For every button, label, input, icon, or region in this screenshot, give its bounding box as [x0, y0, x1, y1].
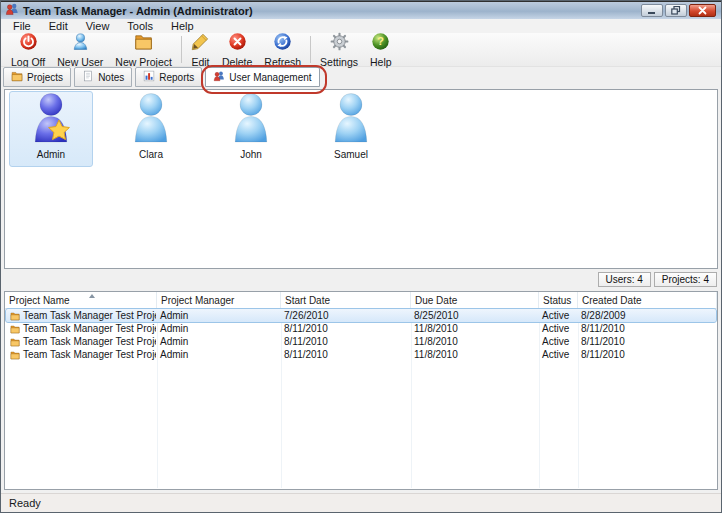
users-count-badge: Users: 4	[598, 272, 651, 287]
tab-reports[interactable]: Reports	[135, 67, 202, 87]
column-header-label: Project Manager	[161, 295, 234, 306]
logoff-icon	[19, 32, 38, 55]
cell-project-manager: Admin	[156, 323, 280, 334]
refresh-icon	[273, 32, 292, 55]
column-header-project-name[interactable]: Project Name	[5, 292, 157, 308]
user-tile-admin[interactable]: Admin	[9, 91, 93, 167]
cell-start-date: 8/11/2010	[280, 349, 410, 360]
sort-ascending-icon	[89, 294, 95, 298]
restore-button[interactable]	[665, 4, 687, 17]
column-header-label: Created Date	[582, 295, 641, 306]
new-user-icon	[71, 32, 90, 55]
help-button[interactable]: ? Help	[364, 31, 398, 69]
edit-icon	[191, 32, 210, 55]
cell-created-date: 8/11/2010	[577, 349, 716, 360]
cell-status: Active	[538, 323, 577, 334]
table-row[interactable]: Team Task Manager Test Project IAdmin8/1…	[6, 322, 716, 335]
toolbar-button-label: Settings	[320, 56, 358, 68]
svg-text:?: ?	[377, 35, 384, 47]
counter-badges: Users: 4 Projects: 4	[598, 272, 717, 287]
settings-button[interactable]: Settings	[314, 31, 364, 69]
column-header-label: Project Name	[9, 295, 70, 306]
title-bar[interactable]: Team Task Manager - Admin (Administrator…	[1, 1, 721, 19]
cell-start-date: 8/11/2010	[280, 336, 410, 347]
tab-user-management[interactable]: User Management	[205, 67, 319, 87]
new-project-icon	[134, 32, 153, 55]
column-header-project-manager[interactable]: Project Manager	[157, 292, 281, 308]
status-text: Ready	[9, 497, 41, 509]
cell-created-date: 8/11/2010	[577, 323, 716, 334]
project-folder-icon	[10, 311, 20, 321]
toolbar-separator	[310, 36, 311, 63]
cell-start-date: 8/11/2010	[280, 323, 410, 334]
cell-due-date: 11/8/2010	[410, 323, 538, 334]
tab-label: Projects	[27, 72, 63, 83]
user-name: John	[210, 149, 292, 160]
toolbar-button-label: Help	[370, 56, 392, 68]
table-header: Project Name Project Manager Start Date …	[5, 292, 717, 309]
table-row[interactable]: Team Task Manager Test Project IIIAdmin8…	[6, 348, 716, 361]
toolbar-button-label: New Project	[115, 56, 172, 68]
toolbar-separator	[181, 36, 182, 63]
column-header-label: Status	[543, 295, 571, 306]
cell-project-name: Team Task Manager Test Project III	[6, 349, 156, 360]
column-header-start-date[interactable]: Start Date	[281, 292, 411, 308]
toolbar-button-label: Edit	[191, 56, 209, 68]
tab-label: Notes	[98, 72, 124, 83]
chart-icon	[143, 70, 155, 84]
minimize-button[interactable]	[641, 4, 663, 17]
window-title: Team Task Manager - Admin (Administrator…	[23, 5, 253, 17]
column-header-status[interactable]: Status	[539, 292, 578, 308]
column-header-due-date[interactable]: Due Date	[411, 292, 539, 308]
project-folder-icon	[10, 350, 20, 360]
admin-user-icon	[27, 92, 75, 148]
close-icon	[698, 6, 707, 15]
close-button[interactable]	[689, 4, 716, 17]
cell-project-manager: Admin	[156, 310, 280, 321]
restore-icon	[671, 6, 681, 15]
projects-count-badge: Projects: 4	[654, 272, 717, 287]
cell-due-date: 11/8/2010	[410, 336, 538, 347]
new-project-button[interactable]: New Project	[109, 31, 178, 69]
app-icon	[5, 2, 19, 20]
cell-project-name: Team Task Manager Test Project II	[6, 336, 156, 347]
table-row[interactable]: Team Task Manager Test Project IIAdmin8/…	[6, 335, 716, 348]
edit-button[interactable]: Edit	[185, 31, 216, 69]
window-controls	[641, 4, 716, 17]
status-bar: Ready	[1, 493, 721, 512]
column-header-label: Start Date	[285, 295, 330, 306]
toolbar-button-label: New User	[57, 56, 103, 68]
project-folder-icon	[10, 337, 20, 347]
cell-status: Active	[538, 310, 577, 321]
column-header-label: Due Date	[415, 295, 457, 306]
cell-status: Active	[538, 349, 577, 360]
cell-project-manager: Admin	[156, 349, 280, 360]
toolbar-button-label: Delete	[222, 56, 252, 68]
user-tile-clara[interactable]: Clara	[109, 91, 193, 167]
minimize-icon	[648, 7, 657, 15]
user-tile-john[interactable]: John	[209, 91, 293, 167]
refresh-button[interactable]: Refresh	[258, 31, 307, 69]
column-header-created-date[interactable]: Created Date	[578, 292, 717, 308]
user-panel: Admin Clara John Samuel	[4, 89, 718, 269]
log-off-button[interactable]: Log Off	[5, 31, 51, 69]
user-tile-samuel[interactable]: Samuel	[309, 91, 393, 167]
settings-icon	[330, 32, 349, 55]
tab-notes[interactable]: Notes	[74, 67, 132, 87]
project-folder-icon	[10, 324, 20, 334]
user-name: Admin	[10, 149, 92, 160]
table-row[interactable]: Team Task Manager Test ProjectAdmin7/26/…	[6, 309, 716, 322]
cell-start-date: 7/26/2010	[280, 310, 410, 321]
new-user-button[interactable]: New User	[51, 31, 109, 69]
users-icon	[213, 70, 225, 84]
cell-created-date: 8/28/2009	[577, 310, 716, 321]
cell-project-name: Team Task Manager Test Project	[6, 310, 156, 321]
user-name: Samuel	[310, 149, 392, 160]
cell-project-manager: Admin	[156, 336, 280, 347]
tab-label: Reports	[159, 72, 194, 83]
delete-icon	[228, 32, 247, 55]
projects-table: Project Name Project Manager Start Date …	[4, 291, 718, 490]
toolbar-button-label: Log Off	[11, 56, 45, 68]
tab-projects[interactable]: Projects	[3, 67, 71, 87]
delete-button[interactable]: Delete	[216, 31, 258, 69]
